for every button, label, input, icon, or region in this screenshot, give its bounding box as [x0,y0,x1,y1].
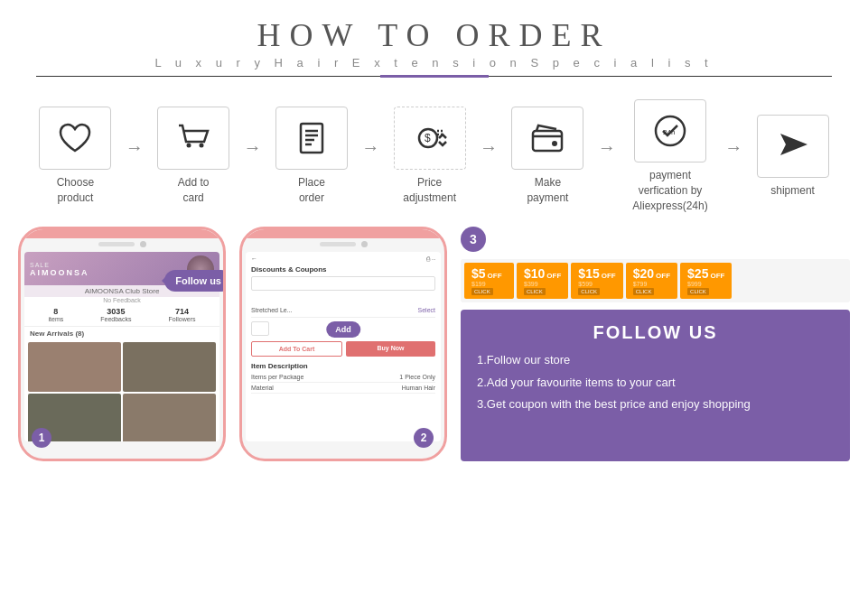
step-add-to-card: Add tocard [145,107,242,206]
desc-key-material: Material [251,385,274,391]
step-icon-box-cart [157,107,229,170]
step-price-adjustment: $ Priceadjustment [381,107,478,206]
heart-icon [55,118,95,158]
step-icon-box-wallet [511,107,583,170]
stat-items: 8 items [49,307,64,322]
arrow-4: → [480,137,498,158]
arrow-2: → [244,137,262,158]
svg-rect-2 [301,124,322,153]
page-title: HOW TO ORDER [0,16,868,54]
svg-point-1 [200,144,204,148]
step-label-add-to-card: Add tocard [178,175,210,206]
coupon-input-field[interactable] [251,276,435,291]
step-shipment: shipment [744,115,841,199]
stat-feedbacks-num: 3035 [100,307,131,316]
step3-row: 3 [461,227,850,252]
follow-box-item: 3.Get coupon with the best price and enj… [477,396,834,413]
step-label-price-adjustment: Priceadjustment [403,175,456,206]
buy-now-button[interactable]: Buy Now [346,341,435,357]
follow-bubble: Follow us [164,270,226,292]
divider-right [489,76,833,77]
divider-left [36,76,380,77]
stat-feedbacks: 3035 Feedbacks [100,307,131,322]
step-icon-box-document [275,107,348,170]
svg-point-0 [187,144,191,148]
coupon-item: $20 OFF $799 CLICK [626,263,677,299]
stat-items-label: items [49,316,64,322]
product-grid [24,340,219,441]
brand-logo: AIMOONSA [30,268,89,277]
add-to-cart-button[interactable]: Add To Cart [251,341,342,357]
step-icon-box-price: $ [394,107,466,170]
step-label-shipment: shipment [770,183,815,199]
discounts-coupons-title: Discounts & Coupons [251,265,435,274]
add-coupon-button[interactable]: Add [326,321,360,338]
wallet-icon [527,118,567,158]
coupon-item: $10 OFF $399 CLICK [517,263,568,299]
plane-icon [773,126,813,166]
phone2-icons: ⎙ ⋯ [426,255,435,262]
coupon-input-row [251,276,435,291]
step-label-place-order: Placeorder [298,175,325,206]
select-label[interactable]: Select [418,307,435,313]
phone1-badge: 1 [32,428,51,448]
follow-box-item: 1.Follow our store [477,352,834,368]
step-make-payment: Makepayment [499,107,596,206]
phone2-badge: 2 [414,428,434,448]
phone2-nav: ← ⎙ ⋯ [251,255,435,262]
follow-box-title: FOLLOW US [477,322,834,343]
feedback-label: No Feedback [24,297,219,303]
coupon-strip: $5 OFF $199 CLICK $10 OFF $399 CLICK $15… [461,259,850,302]
desc-val-material: Human Hair [402,385,435,391]
steps-row: Chooseproduct → Add tocard → Placeorder [0,83,868,222]
sale-label: SALE [30,262,89,268]
follow-box: FOLLOW US 1.Follow our store2.Add your f… [461,310,850,461]
step-icon-box-clock-check: 24h [634,99,706,162]
step-place-order: Placeorder [264,107,360,206]
svg-text:$: $ [425,132,431,144]
desc-row-material: Material Human Hair [251,383,435,394]
stretched-label: Stretched Le... Select [251,307,435,318]
arrow-5: → [598,137,616,158]
stat-feedbacks-label: Feedbacks [100,316,131,322]
stat-followers: 714 Followers [169,307,196,322]
stat-followers-num: 714 [169,307,196,316]
step3-badge: 3 [461,227,486,252]
clock-check-icon: 24h [650,111,690,151]
header-divider [36,75,832,78]
document-icon [292,118,331,158]
follow-box-item: 2.Add your favourite items to your cart [477,375,834,391]
coupon-item: $25 OFF $999 CLICK [680,263,732,299]
phone-mockup-2: ← ⎙ ⋯ Discounts & Coupons Add Stretched … [239,227,447,461]
arrow-1: → [126,137,144,158]
product-thumb-4 [123,394,216,441]
product-thumb-2 [123,342,216,392]
coupon-row-container: Add [251,276,435,303]
cart-icon [173,118,213,158]
step-label-payment-verification: paymentverfication byAliexpress(24h) [632,168,707,213]
bottom-section: SALE AIMOONSA AIMOONSA Club Store No Fee… [0,227,868,461]
arrow-6: → [724,137,742,158]
step-choose-product: Chooseproduct [27,107,124,206]
coupon-item: $15 OFF $599 CLICK [571,263,622,299]
follow-items-container: 1.Follow our store2.Add your favourite i… [477,352,834,413]
phone2-content: ← ⎙ ⋯ Discounts & Coupons Add Stretched … [246,252,441,397]
page-header: HOW TO ORDER L u x u r y H a i r E x t e… [0,0,868,83]
phone-mockup-1: SALE AIMOONSA AIMOONSA Club Store No Fee… [18,227,226,461]
svg-rect-11 [533,131,562,151]
desc-val-package: 1 Piece Only [399,374,435,380]
item-description-title: Item Description [251,362,435,370]
cart-action-row: Add To Cart Buy Now [251,341,435,357]
desc-row-package: Items per Package 1 Piece Only [251,372,435,383]
phone2-back: ← [251,255,257,262]
product-thumb-1 [28,342,121,392]
variant-icon [251,321,269,336]
new-arrivals-title: New Arrivals (8) [24,327,219,340]
divider-accent [380,75,489,78]
price-icon: $ [410,118,450,158]
stat-items-num: 8 [49,307,64,316]
step-icon-box-plane [757,115,829,178]
arrow-3: → [361,137,379,158]
step-icon-box-heart [39,107,111,170]
desc-key-package: Items per Package [251,374,303,380]
